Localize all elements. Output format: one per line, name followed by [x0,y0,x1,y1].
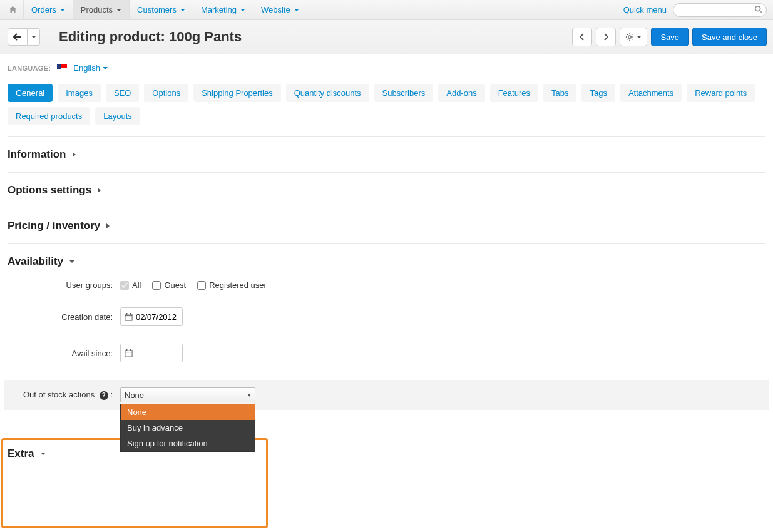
flag-us-icon [57,64,67,71]
save-close-button[interactable]: Save and close [692,28,767,46]
tab-subscribers[interactable]: Subscribers [374,84,434,102]
section-information[interactable]: Information [8,148,765,161]
tab-features[interactable]: Features [490,84,538,102]
user-groups-checkboxes: All Guest Registered user [120,280,267,290]
tab-tabs[interactable]: Tabs [543,84,576,102]
back-button[interactable] [8,28,28,46]
chevron-right-icon [106,223,110,228]
caret-down-icon [637,36,642,38]
calendar-icon[interactable] [125,349,133,357]
section-title: Extra [8,448,34,460]
tab-addons[interactable]: Add-ons [438,84,484,102]
tab-required-products[interactable]: Required products [8,107,90,125]
row-user-groups: User groups: All Guest Registered user [8,280,765,290]
divider [8,136,765,137]
nav-orders[interactable]: Orders [24,0,73,19]
caret-down-icon [60,9,65,11]
tab-quantity-discounts[interactable]: Quantity discounts [286,84,369,102]
back-group [8,28,40,46]
back-dropdown[interactable] [28,28,40,46]
chevron-right-icon [603,33,608,41]
tab-layouts[interactable]: Layouts [95,107,140,125]
language-link[interactable]: English [73,63,108,73]
label-out-of-stock-text: Out of stock actions [23,390,95,399]
caret-down-icon [41,453,46,455]
nav-label: Website [261,5,290,14]
nav-label: Orders [31,5,56,14]
chevron-right-icon [98,188,101,193]
chk-all[interactable]: All [120,280,141,290]
caret-down-icon [180,9,185,11]
chk-registered[interactable]: Registered user [197,280,267,290]
search-input[interactable] [673,3,767,17]
section-pricing[interactable]: Pricing / inventory [8,220,765,232]
search-icon[interactable] [754,5,763,14]
checkbox-guest[interactable] [152,281,161,290]
help-icon[interactable]: ? [100,391,108,400]
quick-menu-link[interactable]: Quick menu [623,5,667,14]
prev-button[interactable] [572,28,592,46]
nav-label: Products [81,5,113,14]
caret-down-icon [294,9,299,11]
chk-label: Guest [164,280,186,290]
svg-rect-3 [125,314,132,320]
svg-line-1 [760,10,762,13]
tab-general[interactable]: General [8,84,53,102]
language-label: Language: [8,64,51,72]
svg-point-2 [628,36,631,38]
calendar-icon[interactable] [125,313,133,321]
tab-images[interactable]: Images [58,84,101,102]
chevron-left-icon [580,33,585,41]
nav-label: Marketing [201,5,237,14]
checkbox-registered[interactable] [197,281,206,290]
creation-date-input[interactable] [136,312,177,322]
section-options-settings[interactable]: Options settings [8,184,765,197]
next-button[interactable] [596,28,616,46]
creation-date-input-wrap [120,307,183,326]
caret-down-icon [240,9,245,11]
section-title: Information [8,148,66,161]
checkbox-all[interactable] [120,281,129,290]
tab-attachments[interactable]: Attachments [620,84,682,102]
settings-button[interactable] [620,28,647,46]
nav-customers[interactable]: Customers [130,0,193,19]
nav-marketing[interactable]: Marketing [193,0,253,19]
save-button[interactable]: Save [651,28,689,46]
out-of-stock-select-display[interactable]: None ▾ [120,387,255,402]
select-value: None [125,391,144,400]
tab-options[interactable]: Options [144,84,188,102]
tab-seo[interactable]: SEO [106,84,139,102]
row-out-of-stock: Out of stock actions ? : None ▾ None Buy… [4,380,769,410]
language-value: English [73,63,100,73]
home-link[interactable] [3,0,24,19]
svg-rect-7 [125,350,132,356]
label-creation-date: Creation date: [8,312,120,322]
svg-point-0 [755,6,760,11]
divider [8,243,765,244]
section-availability[interactable]: Availability [8,255,765,268]
gear-icon [625,33,634,41]
page-header: Editing product: 100g Pants Save Save an… [0,20,773,54]
search-box [673,3,767,17]
tab-shipping[interactable]: Shipping Properties [193,84,280,102]
chk-guest[interactable]: Guest [152,280,186,290]
avail-since-input[interactable] [136,349,177,358]
caret-down-icon [31,36,36,38]
dropdown-option-buy-advance[interactable]: Buy in advance [121,420,255,436]
nav-website[interactable]: Website [253,0,307,19]
section-title: Availability [8,255,63,268]
page-title: Editing product: 100g Pants [59,29,242,45]
section-title: Options settings [8,184,91,197]
label-user-groups: User groups: [8,280,120,290]
dropdown-option-none[interactable]: None [121,404,255,420]
section-title: Pricing / inventory [8,220,100,232]
dropdown-option-signup[interactable]: Sign up for notification [121,436,255,451]
tab-tags[interactable]: Tags [581,84,615,102]
caret-down-icon [116,9,121,11]
tabs-row-1: General Images SEO Options Shipping Prop… [8,84,765,102]
nav-products[interactable]: Products [73,0,130,19]
avail-since-input-wrap [120,344,183,362]
tab-reward-points[interactable]: Reward points [687,84,755,102]
out-of-stock-dropdown: None Buy in advance Sign up for notifica… [120,404,255,452]
topbar: Orders Products Customers Marketing Webs… [0,0,773,20]
